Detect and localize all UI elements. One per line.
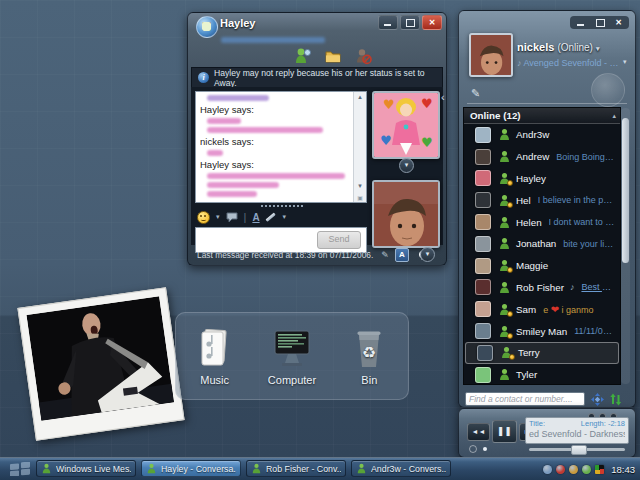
svg-text:♥: ♥: [383, 97, 395, 112]
close-button[interactable]: ✕: [422, 15, 442, 30]
tray-security-icon[interactable]: [556, 465, 565, 474]
tray-messenger-icon[interactable]: [582, 465, 591, 474]
contact-row[interactable]: AndrewBoing Boing Bag of Shit!!: [464, 146, 620, 168]
group-collapse-icon[interactable]: ▴: [612, 108, 616, 123]
contact-name: Helen: [516, 217, 542, 228]
handwriting-mode-icon[interactable]: A: [395, 248, 409, 262]
scrollbar-thumb[interactable]: [622, 118, 629, 263]
handwriting-pen-icon[interactable]: [266, 212, 277, 223]
contact-row[interactable]: Jonathanbite your lip , open up your...: [464, 233, 620, 255]
tray-update-icon[interactable]: [569, 465, 578, 474]
status-dropdown-icon[interactable]: ▾: [596, 45, 600, 52]
scroll-up-icon[interactable]: ▴: [354, 93, 366, 101]
redacted-message-line: [207, 173, 345, 179]
my-display-name[interactable]: nickels (Online) ▾: [517, 41, 600, 53]
maximize-button[interactable]: [591, 17, 608, 28]
dialpad-icon[interactable]: [591, 393, 604, 406]
contact-row[interactable]: Rob Fisher♪Best Of You - Foo Figh...: [464, 277, 620, 299]
close-button[interactable]: ✕: [610, 17, 627, 28]
contact-row[interactable]: Terry: [465, 342, 619, 364]
share-files-icon[interactable]: [324, 47, 342, 65]
conversation-statusbar: Last message received at 18:39 on 07/11/…: [191, 247, 441, 262]
contact-personal-message: 11/11/06 @ Gatecrasher...: [574, 326, 620, 336]
song-dropdown-icon[interactable]: ▾: [623, 58, 627, 66]
contact-name: Sam: [516, 304, 536, 315]
metallica-guitarist-photo: [26, 296, 174, 421]
contact-row[interactable]: HelI believe in the power of God's in...: [464, 189, 620, 211]
emoticon-icon[interactable]: [197, 211, 210, 224]
buddy-away-icon: [498, 303, 511, 316]
contact-row[interactable]: HelenI dont want to be anything oth...: [464, 211, 620, 233]
scroll-down-icon[interactable]: ▾: [354, 182, 366, 190]
desktop-icon-bin[interactable]: ♻ Bin: [337, 327, 401, 386]
volume-icon[interactable]: [469, 445, 477, 453]
search-input[interactable]: [465, 392, 585, 406]
desktop-icon-music[interactable]: Music: [183, 327, 247, 386]
polaroid-photo: [17, 287, 184, 441]
contact-row[interactable]: Hayley: [464, 168, 620, 190]
chat-history[interactable]: Hayley says:nickels says:Hayley says:nic…: [195, 91, 367, 203]
media-player-window: ◄◄ ❚❚ ►► Title: Length: -2:18 ed Sevenfo…: [458, 408, 636, 458]
contact-row[interactable]: Andr3w: [464, 124, 620, 146]
taskbar-button[interactable]: Hayley - Conversa...: [141, 460, 241, 477]
svg-text:♥: ♥: [421, 96, 433, 111]
pause-button[interactable]: ❚❚: [492, 420, 517, 443]
contact-row[interactable]: Same ❤ i ganmo: [464, 298, 620, 320]
maximize-button[interactable]: [400, 15, 420, 30]
font-format-icon[interactable]: A: [252, 212, 259, 223]
seek-slider[interactable]: [529, 448, 625, 451]
start-button-icon[interactable]: [10, 462, 32, 476]
volume-dot[interactable]: [483, 447, 487, 451]
now-playing-text: ♪ Avenged Sevenfold - Darkness Sur...: [517, 58, 621, 68]
display-picture-toggle[interactable]: ▾: [399, 158, 414, 173]
contact-display-picture[interactable]: ♥ ♥ ♥ ♥: [372, 91, 440, 159]
taskbar-button[interactable]: Windows Live Mes...: [36, 460, 136, 477]
expand-statusbar-icon[interactable]: ▾: [420, 247, 435, 262]
emoticon-dropdown-icon[interactable]: ▾: [216, 213, 220, 221]
contact-row[interactable]: Tyler: [464, 364, 620, 385]
invite-contact-icon[interactable]: [294, 47, 312, 65]
contact-row[interactable]: Smiley Man11/11/06 @ Gatecrasher...: [464, 320, 620, 342]
contact-personal-message: bite your lip , open up your...: [563, 239, 620, 249]
minimize-button[interactable]: [378, 15, 398, 30]
sort-contacts-icon[interactable]: [609, 393, 622, 406]
block-contact-icon[interactable]: [354, 47, 372, 65]
contact-row[interactable]: Maggie: [464, 255, 620, 277]
edit-message-pen-icon[interactable]: ✎: [471, 87, 480, 100]
resize-handle-icon[interactable]: ▣: [354, 194, 366, 201]
music-note-icon: ♪: [570, 282, 575, 292]
player-display: Title: Length: -2:18 ed Sevenfold - Dark…: [525, 417, 629, 444]
voice-clip-icon[interactable]: [226, 211, 238, 223]
taskbar-button[interactable]: Rob Fisher - Conv...: [246, 460, 346, 477]
messenger-buddy-icon: [356, 460, 367, 478]
previous-track-button[interactable]: ◄◄: [467, 423, 490, 441]
tray-display-icon[interactable]: [595, 465, 604, 474]
text-mode-icon[interactable]: ✎: [381, 250, 389, 260]
chat-scrollbar[interactable]: ▴ ▾ ▣: [353, 92, 366, 202]
seek-slider-thumb[interactable]: [571, 445, 587, 455]
contact-name: Andrew: [516, 151, 549, 162]
contact-avatar: [475, 279, 491, 295]
buddy-online-icon: [498, 150, 511, 163]
my-display-picture[interactable]: [372, 180, 440, 248]
buddy-away-icon: [498, 172, 511, 185]
buddy-online-icon: [498, 216, 511, 229]
my-avatar[interactable]: [469, 33, 513, 77]
splitter-handle[interactable]: [261, 205, 303, 207]
minimize-button[interactable]: [572, 17, 589, 28]
redacted-message-line: [207, 118, 241, 124]
contact-list-scrollbar[interactable]: [621, 108, 630, 384]
taskbar-button[interactable]: Andr3w - Convers...: [351, 460, 451, 477]
redacted-message-line: [207, 191, 257, 197]
buddy-online-icon: [498, 237, 511, 250]
group-header[interactable]: Online (12) ▴: [464, 108, 620, 124]
collapse-panel-icon[interactable]: ‹: [441, 91, 445, 103]
messenger-logo-icon: [196, 16, 218, 38]
heart-icon: ❤: [551, 304, 559, 315]
pen-dropdown-icon[interactable]: ▾: [283, 213, 287, 221]
desktop-icon-dock: Music Computer ♻ Bin: [175, 312, 409, 400]
contact-personal-message: I dont want to be anything oth...: [549, 217, 620, 227]
chat-toolbar: ▾ | A ▾: [197, 210, 286, 224]
desktop-icon-computer[interactable]: Computer: [260, 327, 324, 386]
tray-network-icon[interactable]: [543, 465, 552, 474]
